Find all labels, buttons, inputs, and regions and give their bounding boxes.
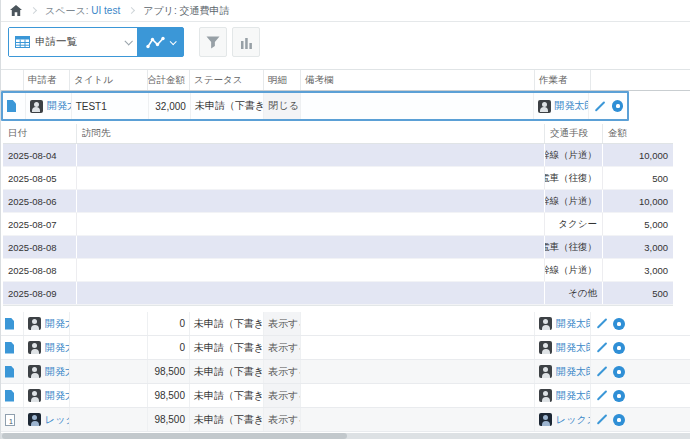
user-avatar-icon bbox=[539, 365, 552, 378]
header-actions-col bbox=[590, 70, 629, 90]
user-avatar-icon bbox=[28, 341, 41, 354]
edit-pencil-icon[interactable] bbox=[595, 413, 607, 426]
detail-toggle[interactable]: 表示する bbox=[263, 360, 300, 383]
table-row[interactable]: 1 レックス 98,500 未申請（下書き） 表示する レックス bbox=[1, 408, 690, 432]
home-icon[interactable] bbox=[10, 5, 22, 16]
worker-link[interactable]: レックス bbox=[556, 413, 590, 427]
chevron-right-icon bbox=[30, 7, 37, 14]
record-doc-icon bbox=[5, 342, 14, 354]
bar-chart-icon bbox=[240, 36, 253, 49]
subheader-visit: 訪問先 bbox=[76, 124, 544, 143]
total-amount-cell: 32,000 bbox=[148, 93, 190, 119]
chevron-right-icon bbox=[128, 7, 135, 14]
detail-visit bbox=[76, 282, 544, 304]
header-icon-col bbox=[1, 70, 23, 90]
title-cell: TEST1 bbox=[71, 93, 149, 119]
detail-transport: 新幹線（片道） bbox=[544, 190, 602, 212]
worker-link[interactable]: 開発太郎 bbox=[556, 365, 590, 379]
remarks-cell bbox=[300, 360, 534, 383]
remarks-cell bbox=[300, 312, 534, 335]
detail-date: 2025-08-04 bbox=[3, 144, 76, 166]
edit-pencil-icon[interactable] bbox=[595, 341, 607, 354]
applicant-link[interactable]: レックス bbox=[45, 413, 69, 427]
table-row[interactable]: 開発太郎 0 未申請（下書き） 表示する 開発太郎 bbox=[1, 336, 690, 360]
total-amount-cell: 98,500 bbox=[147, 360, 189, 383]
record-action-icon[interactable] bbox=[613, 390, 625, 402]
view-toolbar: 申請一覧 bbox=[8, 27, 690, 57]
record-doc-icon bbox=[5, 366, 14, 378]
status-cell: 未申請（下書き） bbox=[190, 93, 264, 119]
detail-amount: 500 bbox=[602, 167, 673, 189]
record-list: 申請者 タイトル 合計金額 ステータス 明細 備考欄 作業者 開発太郎 TEST… bbox=[1, 69, 690, 432]
header-detail: 明細 bbox=[263, 70, 300, 90]
detail-row: 2025-08-04 新幹線（片道） 10,000 bbox=[3, 144, 673, 167]
detail-toggle[interactable]: 表示する bbox=[263, 312, 300, 335]
worker-link[interactable]: 開発太郎 bbox=[556, 389, 590, 403]
detail-visit bbox=[76, 259, 544, 281]
edit-pencil-icon[interactable] bbox=[595, 389, 607, 402]
subheader-amount: 金額 bbox=[602, 124, 673, 143]
detail-row: 2025-08-06 新幹線（片道） 10,000 bbox=[3, 190, 673, 213]
detail-toggle[interactable]: 表示する bbox=[263, 408, 300, 431]
detail-toggle[interactable]: 表示する bbox=[263, 384, 300, 407]
record-action-icon[interactable] bbox=[612, 100, 623, 112]
applicant-link[interactable]: 開発太郎 bbox=[47, 99, 71, 113]
total-amount-cell: 98,500 bbox=[147, 384, 189, 407]
applicant-link[interactable]: 開発太郎 bbox=[45, 317, 69, 331]
detail-date: 2025-08-08 bbox=[3, 259, 76, 281]
table-row[interactable]: 開発太郎 98,500 未申請（下書き） 表示する 開発太郎 bbox=[1, 384, 690, 408]
applicant-link[interactable]: 開発太郎 bbox=[45, 365, 69, 379]
view-selector-value: 申請一覧 bbox=[35, 35, 120, 49]
edit-pencil-icon[interactable] bbox=[595, 365, 607, 378]
subheader-transport: 交通手段 bbox=[544, 124, 602, 143]
record-action-icon[interactable] bbox=[613, 342, 625, 354]
record-action-icon[interactable] bbox=[613, 366, 625, 378]
status-cell: 未申請（下書き） bbox=[189, 312, 263, 335]
table-grid-icon bbox=[15, 36, 30, 48]
header-total: 合計金額 bbox=[147, 70, 189, 90]
worker-link[interactable]: 開発太郎 bbox=[556, 317, 590, 331]
worker-link[interactable]: 開発太郎 bbox=[555, 99, 589, 113]
remarks-cell bbox=[300, 93, 532, 119]
scrollbar-thumb[interactable] bbox=[2, 433, 347, 439]
detail-visit bbox=[76, 213, 544, 235]
table-row[interactable]: 開発太郎 0 未申請（下書き） 表示する 開発太郎 bbox=[1, 312, 690, 336]
detail-row: 2025-08-09 その他 500 bbox=[3, 282, 673, 305]
filter-button[interactable] bbox=[199, 27, 227, 57]
status-cell: 未申請（下書き） bbox=[189, 408, 263, 431]
worker-link[interactable]: 開発太郎 bbox=[556, 341, 590, 355]
detail-transport: タクシー bbox=[544, 213, 602, 235]
record-action-icon[interactable] bbox=[613, 414, 625, 426]
applicant-link[interactable]: 開発太郎 bbox=[45, 341, 69, 355]
table-row[interactable]: 開発太郎 98,500 未申請（下書き） 表示する 開発太郎 bbox=[1, 360, 690, 384]
horizontal-scrollbar[interactable] bbox=[1, 433, 690, 439]
edit-pencil-icon[interactable] bbox=[593, 100, 605, 113]
header-title: タイトル bbox=[69, 70, 147, 90]
record-action-icon[interactable] bbox=[613, 318, 625, 330]
detail-date: 2025-08-06 bbox=[3, 190, 76, 212]
breadcrumb-app-current: アプリ: 交通費申請 bbox=[143, 4, 229, 18]
detail-transport: その他 bbox=[544, 282, 602, 304]
breadcrumb-space-link[interactable]: スペース: UI test bbox=[45, 4, 120, 18]
graph-view-button[interactable] bbox=[137, 28, 183, 56]
detail-visit bbox=[76, 167, 544, 189]
detail-amount: 10,000 bbox=[602, 190, 673, 212]
detail-toggle[interactable]: 表示する bbox=[263, 336, 300, 359]
header-applicant: 申請者 bbox=[23, 70, 69, 90]
table-row-selected[interactable]: 開発太郎 TEST1 32,000 未申請（下書き） 閉じる 開発太郎 bbox=[1, 91, 629, 121]
title-cell bbox=[69, 360, 147, 383]
detail-amount: 3,000 bbox=[602, 236, 673, 258]
detail-amount: 10,000 bbox=[602, 144, 673, 166]
total-amount-cell: 98,500 bbox=[147, 408, 189, 431]
record-doc-icon bbox=[5, 390, 14, 402]
app-window: スペース: UI test アプリ: 交通費申請 申請一覧 bbox=[0, 0, 690, 439]
detail-toggle[interactable]: 閉じる bbox=[263, 93, 300, 119]
applicant-link[interactable]: 開発太郎 bbox=[45, 389, 69, 403]
subtable-header-row: 日付 訪問先 交通手段 金額 bbox=[3, 124, 673, 144]
view-selector-group: 申請一覧 bbox=[8, 27, 184, 57]
chart-button[interactable] bbox=[232, 27, 260, 57]
view-selector-dropdown[interactable]: 申請一覧 bbox=[9, 28, 137, 56]
edit-pencil-icon[interactable] bbox=[595, 317, 607, 330]
status-cell: 未申請（下書き） bbox=[189, 360, 263, 383]
user-avatar-icon bbox=[538, 100, 551, 113]
